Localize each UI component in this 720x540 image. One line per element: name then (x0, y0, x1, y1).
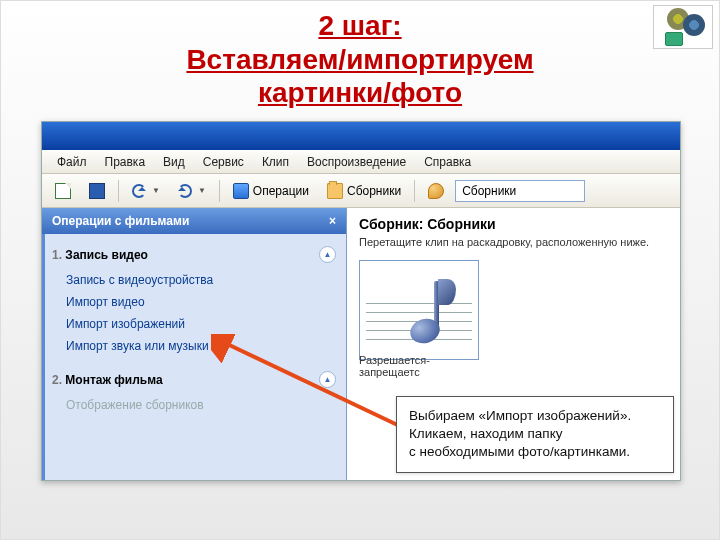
combo-value: Сборники (462, 184, 516, 198)
menu-tools[interactable]: Сервис (194, 155, 253, 169)
section2-label: Монтаж фильма (65, 373, 162, 387)
section-edit-movie[interactable]: 2. Монтаж фильма ▲ (52, 365, 336, 394)
operations-icon (233, 183, 249, 199)
document-icon (55, 183, 71, 199)
redo-button[interactable]: ▼ (171, 178, 213, 204)
collection-hint: Перетащите клип на раскадровку, располож… (359, 236, 668, 248)
slide: 2 шаг: Вставляем/импортируем картинки/фо… (0, 0, 720, 540)
collections-label: Сборники (347, 184, 401, 198)
section1-num: 1. (52, 248, 62, 262)
save-icon (89, 183, 105, 199)
undo-icon (132, 184, 146, 198)
link-show-collections: Отображение сборников (52, 394, 336, 416)
callout-line1: Выбираем «Импорт изображений». (409, 408, 631, 423)
titlebar (42, 122, 680, 150)
link-import-video[interactable]: Импорт видео (52, 291, 336, 313)
movie-maker-icon (653, 5, 713, 49)
redo-icon (178, 184, 192, 198)
collection-combo[interactable]: Сборники (455, 180, 585, 202)
task-pane: Операции с фильмами × 1. Запись видео ▲ … (42, 208, 347, 480)
dropdown-icon: ▼ (152, 186, 160, 195)
menu-playback[interactable]: Воспроизведение (298, 155, 415, 169)
chevron-up-icon[interactable]: ▲ (319, 246, 336, 263)
task-pane-title: Операции с фильмами (52, 214, 189, 228)
slide-heading: 2 шаг: Вставляем/импортируем картинки/фо… (1, 9, 719, 110)
menu-edit[interactable]: Правка (96, 155, 155, 169)
separator (219, 180, 220, 202)
collections-button[interactable]: Сборники (320, 178, 408, 204)
link-import-audio[interactable]: Импорт звука или музыки (52, 335, 336, 357)
menu-file[interactable]: Файл (48, 155, 96, 169)
chevron-up-icon[interactable]: ▲ (319, 371, 336, 388)
palette-button[interactable] (421, 178, 451, 204)
instruction-callout: Выбираем «Импорт изображений». Кликаем, … (396, 396, 674, 473)
link-import-images[interactable]: Импорт изображений (52, 313, 336, 335)
toolbar: ▼ ▼ Операции Сборники Сборники (42, 174, 680, 208)
separator (414, 180, 415, 202)
heading-line1: 2 шаг: (318, 10, 401, 41)
callout-line2: Кликаем, находим папку (409, 426, 562, 441)
menu-view[interactable]: Вид (154, 155, 194, 169)
collection-title: Сборник: Сборники (359, 216, 668, 232)
palette-icon (428, 183, 444, 199)
link-capture-device[interactable]: Запись с видеоустройства (52, 269, 336, 291)
new-button[interactable] (48, 178, 78, 204)
undo-button[interactable]: ▼ (125, 178, 167, 204)
task-pane-header: Операции с фильмами × (42, 208, 346, 234)
heading-line2: Вставляем/импортируем (186, 44, 533, 75)
folder-icon (327, 183, 343, 199)
section-record-video[interactable]: 1. Запись видео ▲ (52, 240, 336, 269)
operations-label: Операции (253, 184, 309, 198)
close-icon[interactable]: × (329, 214, 336, 228)
save-button[interactable] (82, 178, 112, 204)
dropdown-icon: ▼ (198, 186, 206, 195)
menu-help[interactable]: Справка (415, 155, 480, 169)
section2-num: 2. (52, 373, 62, 387)
menu-clip[interactable]: Клип (253, 155, 298, 169)
music-note-icon (410, 277, 454, 347)
menubar: Файл Правка Вид Сервис Клип Воспроизведе… (42, 150, 680, 174)
separator (118, 180, 119, 202)
operations-button[interactable]: Операции (226, 178, 316, 204)
clip-thumbnail[interactable] (359, 260, 479, 360)
section1-label: Запись видео (65, 248, 148, 262)
callout-line3: с необходимыми фото/картинками. (409, 444, 630, 459)
clip-label: Разрешается-запрещаетс (359, 354, 479, 378)
heading-line3: картинки/фото (258, 77, 462, 108)
